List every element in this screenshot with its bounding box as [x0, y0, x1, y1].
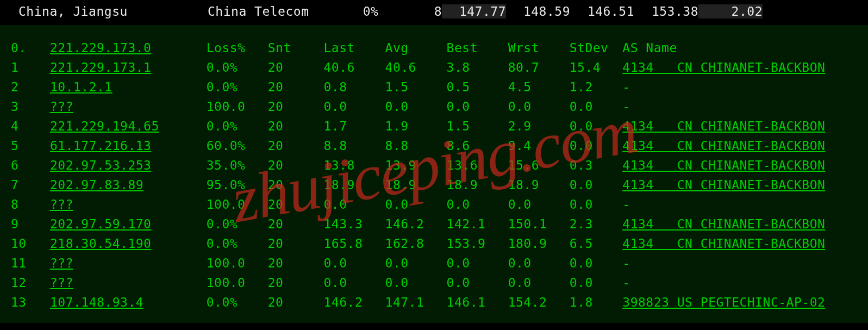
- hop-asname: 4134 CN CHINANET-BACKBON: [622, 214, 857, 234]
- summary-wrst: 153.38: [634, 4, 698, 18]
- hop-stdev: 0.0: [570, 195, 623, 214]
- header-row: 0.221.229.173.0Loss%SntLastAvgBestWrstSt…: [11, 38, 857, 58]
- hop-host: ???: [50, 273, 207, 292]
- hop-stdev: 6.5: [570, 234, 623, 253]
- hop-stdev: 0.0: [570, 273, 623, 292]
- hop-stdev: 0.0: [570, 116, 623, 136]
- header-host: 221.229.173.0: [50, 38, 207, 58]
- hop-asname: 4134 CN CHINANET-BACKBON: [622, 234, 857, 253]
- hop-best: 153.9: [447, 234, 508, 253]
- hop-host: 10.1.2.1: [50, 77, 207, 97]
- hop-stdev: 2.3: [570, 214, 623, 234]
- hop-best: 0.0: [447, 253, 508, 273]
- hop-index: 6: [11, 155, 50, 175]
- summary-best: 146.51: [570, 4, 634, 18]
- hop-best: 146.1: [447, 292, 508, 312]
- hop-index: 12: [11, 273, 50, 292]
- hop-last: 0.0: [324, 253, 385, 273]
- hop-index: 10: [11, 234, 50, 253]
- hop-asname: 4134 CN CHINANET-BACKBON: [622, 58, 857, 77]
- hop-wrst: 154.2: [508, 292, 570, 312]
- hop-index: 3: [11, 97, 50, 116]
- header-snt: Snt: [268, 38, 324, 58]
- summary-stdev: 2.02: [698, 4, 763, 18]
- hop-best: 0.5: [447, 77, 508, 97]
- hop-last: 165.8: [324, 234, 385, 253]
- hop-last: 8.8: [324, 136, 385, 155]
- hop-index: 8: [11, 195, 50, 214]
- hop-loss: 100.0: [207, 273, 268, 292]
- hop-loss: 95.0%: [207, 175, 268, 195]
- hop-row: 12???100.0200.00.00.00.00.0-: [11, 273, 857, 292]
- hop-best: 3.8: [447, 58, 508, 77]
- hop-stdev: 0.0: [570, 253, 623, 273]
- hop-best: 13.6: [447, 155, 508, 175]
- hop-best: 8.6: [447, 136, 508, 155]
- hop-host: ???: [50, 195, 207, 214]
- hop-snt: 20: [268, 292, 324, 312]
- hop-loss: 0.0%: [207, 292, 268, 312]
- hop-row: 9202.97.59.1700.0%20143.3146.2142.1150.1…: [11, 214, 857, 234]
- hop-row: 10218.30.54.1900.0%20165.8162.8153.9180.…: [11, 234, 857, 253]
- hop-host: 221.229.173.1: [50, 58, 207, 77]
- header-wrst: Wrst: [508, 38, 570, 58]
- hop-asname: -: [622, 97, 857, 116]
- summary-loss: 0%: [339, 4, 403, 18]
- header-asn: AS Name: [622, 38, 857, 58]
- hop-snt: 20: [268, 155, 324, 175]
- header-idx: 0.: [11, 38, 50, 58]
- hop-loss: 0.0%: [207, 214, 268, 234]
- hop-avg: 8.8: [385, 136, 447, 155]
- hop-host: ???: [50, 253, 207, 273]
- hop-best: 0.0: [447, 195, 508, 214]
- hop-row: 561.177.216.1360.0%208.88.88.69.40.04134…: [11, 136, 857, 155]
- header-stdev: StDev: [570, 38, 623, 58]
- hop-index: 11: [11, 253, 50, 273]
- hop-last: 0.0: [324, 273, 385, 292]
- hop-last: 13.8: [324, 155, 385, 175]
- hop-stdev: 1.8: [570, 292, 623, 312]
- hop-loss: 0.0%: [207, 234, 268, 253]
- hop-index: 5: [11, 136, 50, 155]
- summary-avg: 148.59: [506, 4, 570, 18]
- hop-stdev: 0.3: [570, 155, 623, 175]
- hop-last: 40.6: [324, 58, 385, 77]
- hop-stdev: 0.0: [570, 97, 623, 116]
- hop-snt: 20: [268, 58, 324, 77]
- hop-loss: 100.0: [207, 253, 268, 273]
- hop-row: 3???100.0200.00.00.00.00.0-: [11, 97, 857, 116]
- hop-loss: 35.0%: [207, 155, 268, 175]
- hop-row: 13107.148.93.40.0%20146.2147.1146.1154.2…: [11, 292, 857, 312]
- hop-index: 4: [11, 116, 50, 136]
- hop-loss: 0.0%: [207, 58, 268, 77]
- summary-last: 147.77: [442, 4, 506, 18]
- hop-avg: 13.9: [385, 155, 447, 175]
- summary-row: China, Jiangsu China Telecom 0% 8 147.77…: [0, 0, 868, 23]
- hop-asname: 4134 CN CHINANET-BACKBON: [622, 136, 857, 155]
- hop-wrst: 80.7: [508, 58, 570, 77]
- hop-asname: 4134 CN CHINANET-BACKBON: [622, 116, 857, 136]
- hop-index: 2: [11, 77, 50, 97]
- hop-avg: 0.0: [385, 97, 447, 116]
- hop-index: 9: [11, 214, 50, 234]
- hop-snt: 20: [268, 116, 324, 136]
- hop-last: 0.8: [324, 77, 385, 97]
- hop-asname: 4134 CN CHINANET-BACKBON: [622, 155, 857, 175]
- hop-snt: 20: [268, 234, 324, 253]
- hop-host: 218.30.54.190: [50, 234, 207, 253]
- hop-snt: 20: [268, 175, 324, 195]
- hop-last: 18.9: [324, 175, 385, 195]
- hop-best: 0.0: [447, 273, 508, 292]
- hop-row: 6202.97.53.25335.0%2013.813.913.615.60.3…: [11, 155, 857, 175]
- hop-wrst: 2.9: [508, 116, 570, 136]
- hop-last: 143.3: [324, 214, 385, 234]
- location-cell: China, Jiangsu: [18, 4, 208, 18]
- hop-stdev: 15.4: [570, 58, 623, 77]
- hop-row: 8???100.0200.00.00.00.00.0-: [11, 195, 857, 214]
- hop-asname: -: [622, 273, 857, 292]
- hop-snt: 20: [268, 273, 324, 292]
- hop-wrst: 9.4: [508, 136, 570, 155]
- hop-row: 11???100.0200.00.00.00.00.0-: [11, 253, 857, 273]
- hop-index: 1: [11, 58, 50, 77]
- hop-loss: 60.0%: [207, 136, 268, 155]
